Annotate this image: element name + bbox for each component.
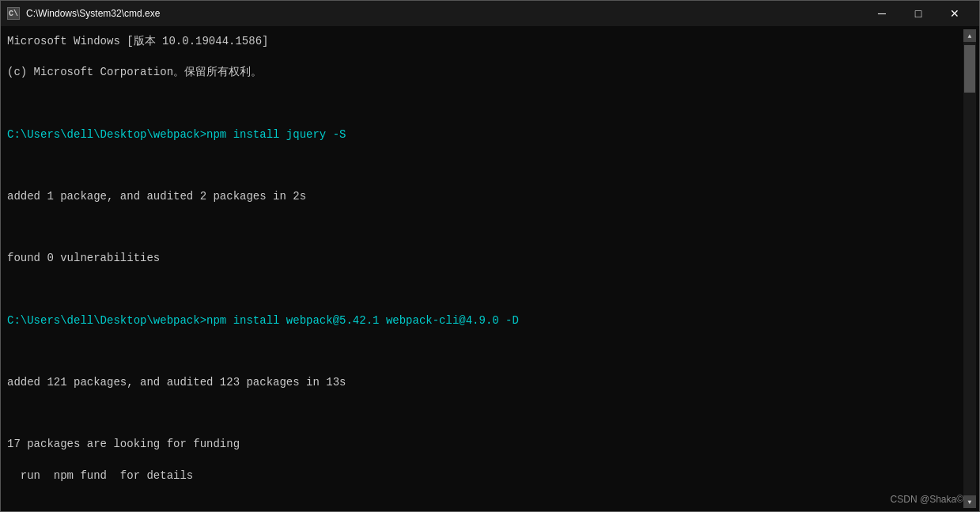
terminal-line: 17 packages are looking for funding xyxy=(7,437,957,453)
terminal-line: run npm fund for details xyxy=(7,468,957,484)
terminal-line: added 1 package, and audited 2 packages … xyxy=(7,189,957,205)
scroll-down-arrow[interactable]: ▼ xyxy=(963,495,976,508)
maximize-button[interactable]: □ xyxy=(900,1,936,26)
terminal-line: (c) Microsoft Corporation。保留所有权利。 xyxy=(7,65,957,81)
terminal-content[interactable]: Microsoft Windows [版本 10.0.19044.1586] (… xyxy=(1,29,963,508)
close-button[interactable]: ✕ xyxy=(936,1,973,26)
terminal-line xyxy=(7,96,957,112)
terminal-line: C:\Users\dell\Desktop\webpack>npm instal… xyxy=(7,313,957,329)
terminal-line: added 121 packages, and audited 123 pack… xyxy=(7,375,957,391)
terminal-line: found 0 vulnerabilities xyxy=(7,251,957,267)
terminal-line xyxy=(7,283,957,298)
terminal-line xyxy=(7,158,957,174)
title-bar-controls: ─ □ ✕ xyxy=(864,1,973,26)
watermark: CSDN @Shaka© xyxy=(891,494,963,505)
terminal-line xyxy=(7,220,957,236)
terminal-line xyxy=(7,344,957,360)
scrollbar-track xyxy=(963,42,976,495)
title-bar-left: C\ C:\Windows\System32\cmd.exe xyxy=(7,7,160,20)
terminal-line: Microsoft Windows [版本 10.0.19044.1586] xyxy=(7,34,957,50)
terminal-line: C:\Users\dell\Desktop\webpack>npm instal… xyxy=(7,127,957,143)
scrollbar-thumb[interactable] xyxy=(964,45,975,93)
scroll-up-arrow[interactable]: ▲ xyxy=(963,29,976,42)
scrollbar[interactable]: ▲ ▼ xyxy=(963,29,976,508)
title-bar: C\ C:\Windows\System32\cmd.exe ─ □ ✕ xyxy=(1,1,979,26)
minimize-button[interactable]: ─ xyxy=(864,1,900,26)
terminal-line xyxy=(7,406,957,422)
cmd-window: C\ C:\Windows\System32\cmd.exe ─ □ ✕ Mic… xyxy=(0,0,980,512)
title-bar-text: C:\Windows\System32\cmd.exe xyxy=(26,8,160,19)
terminal-line xyxy=(7,499,957,508)
cmd-icon: C\ xyxy=(7,7,20,20)
terminal-body: Microsoft Windows [版本 10.0.19044.1586] (… xyxy=(1,26,979,511)
